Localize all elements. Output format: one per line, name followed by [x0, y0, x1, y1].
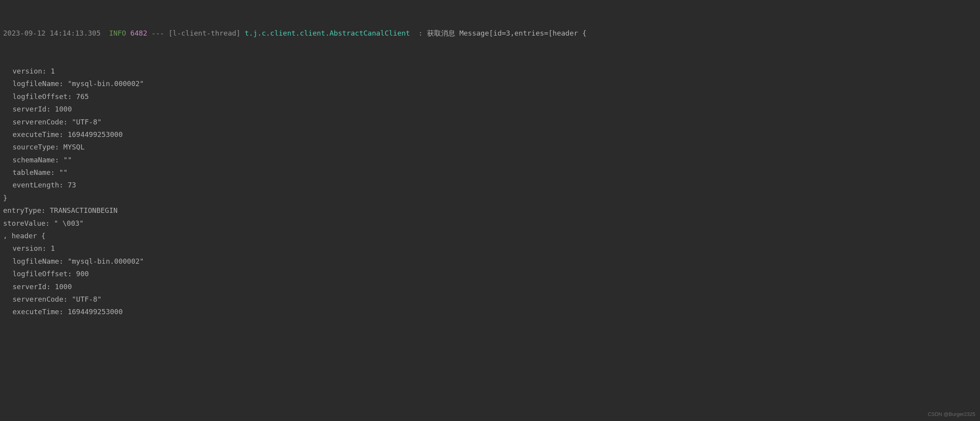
log-line: version: 1: [2, 242, 980, 255]
log-line: executeTime: 1694499253000: [2, 306, 980, 318]
log-line: executeTime: 1694499253000: [2, 128, 980, 141]
log-separator: ---: [151, 29, 164, 37]
log-output: 2023-09-12 14:14:13.305 INFO 6482 --- [l…: [0, 2, 980, 331]
log-line: serverId: 1000: [2, 281, 980, 293]
log-line: serverId: 1000: [2, 103, 980, 115]
log-line: logfileOffset: 765: [2, 90, 980, 103]
log-line: }: [2, 192, 980, 204]
log-line: logfileName: "mysql-bin.000002": [2, 77, 980, 90]
log-header-line: 2023-09-12 14:14:13.305 INFO 6482 --- [l…: [2, 27, 980, 40]
log-logger: t.j.c.client.client.AbstractCanalClient: [245, 29, 410, 37]
log-level: INFO: [109, 29, 126, 37]
log-line: , header {: [2, 230, 980, 242]
log-line: logfileName: "mysql-bin.000002": [2, 255, 980, 268]
log-timestamp: 2023-09-12 14:14:13.305: [3, 29, 101, 37]
log-line: schemaName: "": [2, 154, 980, 166]
log-thread: [l-client-thread]: [169, 29, 241, 37]
log-message-start: 获取消息 Message[id=3,entries=[header {: [427, 29, 587, 37]
log-line: eventLength: 73: [2, 179, 980, 191]
log-line: logfileOffset: 900: [2, 268, 980, 280]
log-line: entryType: TRANSACTIONBEGIN: [2, 204, 980, 217]
log-line: version: 1: [2, 65, 980, 77]
log-colon: :: [418, 29, 423, 37]
log-line: sourceType: MYSQL: [2, 141, 980, 153]
log-body: version: 1logfileName: "mysql-bin.000002…: [2, 65, 980, 318]
watermark-text: CSDN @Burger2325: [928, 410, 975, 419]
log-line: storeValue: " \003": [2, 217, 980, 230]
log-line: serverenCode: "UTF-8": [2, 116, 980, 128]
log-line: tableName: "": [2, 166, 980, 179]
log-pid: 6482: [130, 29, 147, 37]
log-line: serverenCode: "UTF-8": [2, 293, 980, 306]
